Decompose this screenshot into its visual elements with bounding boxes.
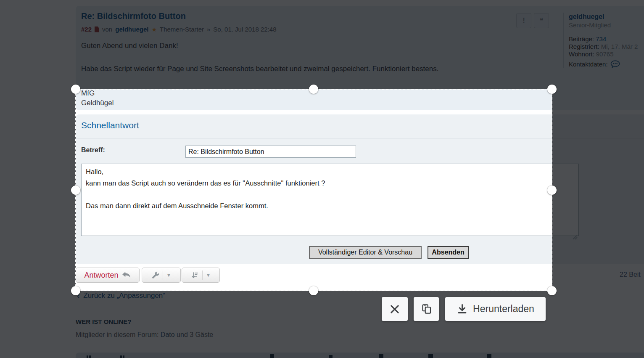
download-button-label: Herunterladen bbox=[473, 303, 534, 315]
overlay-shade-left bbox=[0, 89, 76, 291]
overlay-shade-bottom bbox=[0, 291, 644, 358]
selection-handle-middle-left[interactable] bbox=[71, 186, 80, 195]
overlay-shade-right bbox=[552, 89, 644, 291]
copy-icon bbox=[421, 303, 432, 315]
screenshot-selection-region[interactable] bbox=[75, 89, 552, 291]
overlay-shade-top bbox=[0, 0, 644, 89]
selection-handle-middle-right[interactable] bbox=[547, 186, 557, 195]
selection-handle-bottom-left[interactable] bbox=[71, 286, 80, 295]
selection-handle-top-left[interactable] bbox=[71, 85, 80, 94]
close-icon bbox=[389, 303, 401, 315]
cancel-screenshot-button[interactable] bbox=[382, 297, 408, 321]
copy-screenshot-button[interactable] bbox=[414, 297, 439, 321]
selection-handle-top-center[interactable] bbox=[309, 85, 318, 94]
forum-page-with-screenshot-overlay: Re: Bildschirmfoto Button #22 von geldhu… bbox=[0, 0, 644, 358]
download-screenshot-button[interactable]: Herunterladen bbox=[445, 297, 546, 321]
selection-handle-bottom-center[interactable] bbox=[309, 286, 318, 295]
selection-handle-bottom-right[interactable] bbox=[547, 286, 557, 295]
selection-handle-top-right[interactable] bbox=[547, 85, 557, 94]
download-icon bbox=[457, 303, 468, 315]
